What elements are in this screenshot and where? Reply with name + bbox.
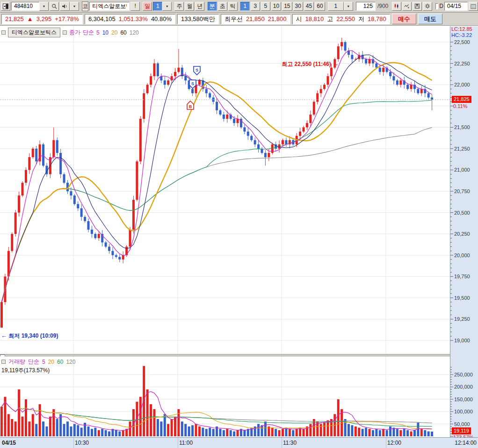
candle[interactable] [198,80,201,85]
candle[interactable] [59,153,62,174]
candle[interactable] [184,76,187,80]
volume-bar[interactable] [399,430,402,436]
alert-button[interactable]: ! [130,2,140,11]
volume-bar[interactable] [11,419,13,436]
candle[interactable] [431,97,433,100]
sell-button[interactable]: 매도 [418,14,442,24]
volume-bar[interactable] [303,429,305,436]
volume-bar[interactable] [32,414,34,436]
volume-bar[interactable] [105,430,107,436]
volume-bar[interactable] [417,423,419,436]
candle[interactable] [56,140,58,153]
volume-bar[interactable] [98,430,100,436]
volume-bar[interactable] [22,417,24,436]
candle[interactable] [25,170,27,182]
candle[interactable] [209,93,211,97]
volume-bar[interactable] [122,430,124,436]
candle[interactable] [316,93,319,101]
volume-bar[interactable] [7,414,10,436]
volume-bar[interactable] [73,424,76,436]
volume-bar[interactable] [118,431,121,436]
price-axis[interactable]: LC:12.85 HC:-3.22 22,50022,25022,00021,5… [450,26,478,437]
volume-bar[interactable] [413,430,416,436]
volume-bar[interactable] [198,426,201,436]
tick-count-dropdown-icon[interactable]: ▼ [344,2,353,11]
candle[interactable] [18,195,20,212]
interval-button-3[interactable]: 3 [251,2,260,11]
volume-bar[interactable] [296,429,298,436]
candle[interactable] [243,127,246,131]
volume-bar[interactable] [264,421,267,436]
candle[interactable] [153,64,155,76]
candle[interactable] [299,131,301,136]
volume-bar[interactable] [188,426,190,436]
candle[interactable] [392,76,395,80]
volume-bar[interactable] [257,424,260,436]
volume-bar[interactable] [70,426,72,436]
save-icon[interactable] [413,2,422,11]
volume-bar[interactable] [209,428,211,436]
candle[interactable] [254,140,256,145]
volume-bar[interactable] [14,421,17,436]
volume-bar[interactable] [153,409,155,436]
candle[interactable] [150,76,152,85]
volume-bar[interactable] [326,420,329,436]
volume-bar[interactable] [309,424,311,436]
candle[interactable] [427,93,430,97]
interval-button-1[interactable]: 1 [240,2,250,11]
volume-bar[interactable] [77,425,79,436]
volume-bar[interactable] [42,421,44,436]
candle[interactable] [303,127,305,131]
volume-bar[interactable] [243,430,246,436]
period-week-button[interactable]: 주 [174,2,184,11]
period-tick-button[interactable]: 틱 [228,2,238,11]
volume-bar[interactable] [167,424,169,436]
candle[interactable] [264,153,267,157]
volume-bar[interactable] [28,421,30,436]
candle[interactable] [105,242,107,246]
candle[interactable] [191,89,194,93]
volume-bar[interactable] [171,419,173,436]
candle[interactable] [320,89,322,93]
candle[interactable] [52,140,55,157]
volume-bar[interactable] [375,429,377,436]
volume-bar[interactable] [181,421,183,436]
volume-bar[interactable] [212,429,215,436]
candle[interactable] [219,110,221,115]
period-day-button[interactable]: 일 [143,2,152,11]
volume-bar[interactable] [108,431,110,436]
volume-bar[interactable] [323,423,326,436]
candle[interactable] [250,136,253,140]
candle[interactable] [94,234,96,238]
candle[interactable] [22,183,24,195]
volume-bar[interactable] [282,429,284,436]
candle[interactable] [91,230,93,234]
volume-bar[interactable] [84,423,86,436]
candle[interactable] [285,140,287,145]
candle[interactable] [369,59,371,63]
volume-bar[interactable] [410,431,413,436]
time-axis[interactable]: 04/15 12:14:00 10:3011:0011:3012:00 [0,437,478,448]
candle[interactable] [14,213,17,234]
day-count-value[interactable]: 1 [153,2,162,11]
volume-bar[interactable] [101,429,103,436]
volume-bar[interactable] [358,428,360,436]
candle[interactable] [382,68,384,72]
volume-bar[interactable] [275,429,277,436]
volume-bar[interactable] [223,430,225,436]
volume-bar[interactable] [56,419,58,436]
stock-code-input[interactable] [13,2,37,10]
candle[interactable] [223,115,225,119]
candle[interactable] [63,174,65,183]
candle[interactable] [73,195,76,204]
candle[interactable] [420,89,423,93]
candle[interactable] [337,46,340,59]
candle[interactable] [164,80,166,85]
candle[interactable] [177,68,180,72]
candle[interactable] [11,234,13,251]
volume-bar[interactable] [382,429,384,436]
candle[interactable] [136,161,138,200]
legend-collapse-icon[interactable] [1,30,6,35]
volume-bar[interactable] [49,417,51,436]
stock-code-field[interactable] [11,2,39,11]
